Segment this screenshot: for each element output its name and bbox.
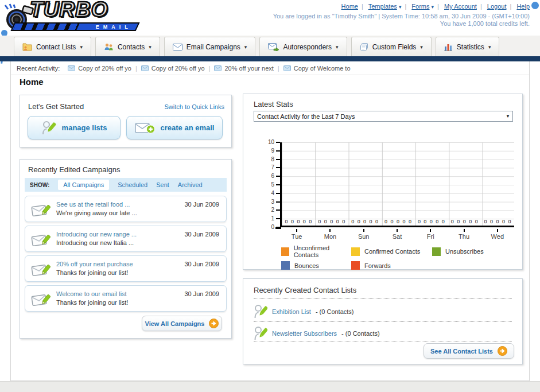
campaign-title-link[interactable]: See us at the retail food ... <box>56 201 130 208</box>
contact-list-count: - (0 Contacts) <box>316 308 354 315</box>
chart-value-label: 0 <box>457 219 460 224</box>
campaign-title-link[interactable]: Welcome to our email list <box>56 290 127 297</box>
recent-activity-item[interactable]: 20% off your next <box>214 65 273 72</box>
tab-label: Contact Lists <box>36 43 76 51</box>
chart-value-label: 0 <box>370 219 372 224</box>
campaign-subtitle: Thanks for joining our list! <box>56 269 128 276</box>
x-tick-mark <box>430 229 431 232</box>
nav-my-account-link[interactable]: My Account <box>444 3 477 10</box>
y-tick-mark <box>276 201 280 203</box>
tab-label: Statistics <box>457 43 484 51</box>
chart-value-label: 0 <box>285 219 288 224</box>
tab-statistics[interactable]: Statistics ▾ <box>436 37 500 56</box>
recent-activity-item[interactable]: Copy of 20% off yo <box>141 65 205 72</box>
logo-wordmark: TURBO <box>30 0 108 22</box>
contact-list-link[interactable]: Newsletter Subscribers <box>272 330 337 337</box>
campaign-row[interactable]: Welcome to our email list Thanks for joi… <box>25 285 227 312</box>
recent-activity-item[interactable]: Copy of 20% off yo <box>68 65 131 72</box>
campaign-date: 30 Jun 2009 <box>184 231 219 238</box>
nav-separator: | <box>510 3 511 10</box>
tab-label: Contacts <box>118 43 145 51</box>
tab-autoresponders[interactable]: Autoresponders ▾ <box>259 37 347 56</box>
campaigns-title: Recently Edited Campaigns <box>28 165 120 174</box>
tab-label: Custom Fields <box>372 43 417 51</box>
contact-list-link[interactable]: Exhibition List <box>272 308 311 315</box>
contact-list-row[interactable]: Newsletter Subscribers - (0 Contacts) <box>254 324 512 343</box>
app-root: TURBO EMAIL Home| Templates ▾| Forms ▾| … <box>0 0 540 392</box>
legend-item: Forwards <box>351 261 432 270</box>
chart-value-label: 0 <box>442 219 445 224</box>
activity-separator: | <box>278 65 279 72</box>
get-started-title: Let's Get Started <box>28 102 84 111</box>
chart-value-label: 0 <box>436 219 438 224</box>
y-tick-mark <box>276 159 280 160</box>
contact-list-count: - (0 Contacts) <box>341 330 380 337</box>
nav-home-link[interactable]: Home <box>341 3 358 10</box>
tab-label: Autoresponders <box>283 43 332 51</box>
recent-activity-text: Copy of 20% off yo <box>78 65 131 72</box>
switch-quick-links[interactable]: Switch to Quick Links <box>164 103 224 110</box>
tab-email-campaigns[interactable]: Email Campaigns ▾ <box>164 37 256 56</box>
y-tick-label: 10 <box>262 139 274 145</box>
recent-activity-text: Copy of 20% off yo <box>151 65 205 72</box>
see-all-contact-lists-label: See All Contact Lists <box>430 348 493 355</box>
recent-activity-item[interactable]: Copy of Welcome to <box>283 65 351 72</box>
campaign-row[interactable]: 20% off your next purchase Thanks for jo… <box>25 255 227 282</box>
x-axis-label: Sat <box>380 233 414 240</box>
y-tick-label: 9 <box>262 148 274 154</box>
legend-label: Forwards <box>364 262 391 269</box>
legend-swatch <box>281 247 289 256</box>
campaign-title-link[interactable]: Introducing our new range ... <box>56 231 137 238</box>
view-all-campaigns-button[interactable]: View All Campaigns <box>142 316 222 331</box>
x-tick-mark <box>363 229 364 232</box>
nav-separator: | <box>480 3 482 10</box>
chart-value-label: 0 <box>309 219 312 224</box>
see-all-contact-lists-button[interactable]: See All Contact Lists <box>424 343 514 359</box>
chevron-down-icon: ▾ <box>149 44 151 50</box>
y-tick-label: 1 <box>262 215 274 222</box>
legend-item: Unconfirmed Contacts <box>281 244 351 258</box>
chevron-down-icon: ▾ <box>336 44 339 50</box>
filter-all-campaigns[interactable]: All Campaigns <box>58 180 109 190</box>
campaign-row[interactable]: Introducing our new range ... Introducin… <box>25 226 227 252</box>
chart-value-label: 0 <box>508 219 511 224</box>
folder-icon <box>22 42 32 51</box>
campaign-subtitle: Thanks for joining our list! <box>56 299 128 306</box>
nav-logout-link[interactable]: Logout <box>487 3 507 10</box>
x-axis-label: Tue <box>280 233 313 240</box>
x-axis-label: Sun <box>347 233 380 240</box>
chevron-down-icon: ▾ <box>488 44 491 50</box>
manage-lists-button[interactable]: manage lists <box>28 116 121 139</box>
logo-stripes <box>13 24 79 30</box>
contact-list-row[interactable]: Exhibition List - (0 Contacts) <box>254 302 512 321</box>
chevron-down-icon: ▾ <box>80 44 83 50</box>
create-email-button[interactable]: create an email <box>126 116 223 139</box>
tab-custom-fields[interactable]: Custom Fields ▾ <box>351 37 432 56</box>
filter-scheduled[interactable]: Scheduled <box>118 181 147 188</box>
filter-sent[interactable]: Sent <box>156 181 169 188</box>
navy-divider-band <box>0 56 540 61</box>
x-axis-label: Thu <box>447 233 480 240</box>
nav-help-link[interactable]: Help <box>516 3 530 10</box>
campaign-title-link[interactable]: 20% off your next purchase <box>56 261 133 267</box>
x-tick-mark <box>497 229 498 232</box>
campaign-row[interactable]: See us at the retail food ... We're givi… <box>25 196 227 222</box>
chart-value-group: 00000 <box>414 219 448 224</box>
envelope-pencil-icon <box>31 202 52 218</box>
content-area: Recent Activity: Copy of 20% off yo | Co… <box>10 61 530 381</box>
chart-value-label: 0 <box>402 219 405 224</box>
view-all-campaigns-label: View All Campaigns <box>145 320 205 327</box>
nav-forms-link[interactable]: Forms <box>411 3 429 10</box>
contact-activity-chart: 00000000000000000000000000000000000 TueM… <box>243 94 522 269</box>
chart-value-label: 0 <box>384 219 387 224</box>
nav-templates-link[interactable]: Templates <box>368 3 397 10</box>
filter-archived[interactable]: Archived <box>178 181 203 188</box>
tab-contacts[interactable]: Contacts ▾ <box>95 37 160 56</box>
chart-value-label: 0 <box>475 219 478 224</box>
chart-zero-labels: 00000000000000000000000000000000000 <box>282 219 514 224</box>
tab-contact-lists[interactable]: Contact Lists ▾ <box>14 37 91 56</box>
legend-label: Confirmed Contacts <box>364 248 420 255</box>
logo-email-bar: EMAIL <box>11 22 140 31</box>
y-tick-label: 7 <box>262 164 274 170</box>
campaign-subtitle: We're giving away our late ... <box>56 209 137 216</box>
